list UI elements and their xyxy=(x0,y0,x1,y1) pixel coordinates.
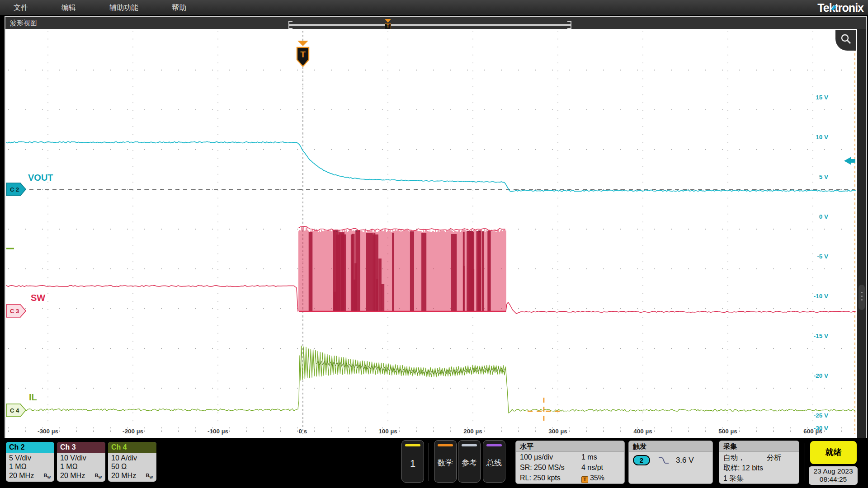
silver-stripe xyxy=(462,444,477,446)
channel-badge-ch2[interactable]: Ch 2 5 V/div 1 MΩ 20 MHzBW xyxy=(6,442,54,482)
trigger-level-value: 3.6 V xyxy=(676,456,694,465)
ch2-impedance: 1 MΩ xyxy=(6,462,54,471)
horizontal-scale-row: 100 µs/div1 ms xyxy=(516,452,624,462)
ch4-header: Ch 4 xyxy=(108,442,156,453)
trigger-source-badge[interactable]: 2 xyxy=(633,455,650,465)
trigger-triangle-icon xyxy=(385,19,391,23)
overview-right-bracket[interactable] xyxy=(567,21,571,29)
menu-utility[interactable]: 辅助功能 xyxy=(104,0,144,15)
acquisition-panel[interactable]: 采集 自动，分析 取样: 12 bits 1 采集 xyxy=(719,441,799,484)
x-label-0s: 0 s xyxy=(283,428,323,435)
bandwidth-limit-icon: BW xyxy=(43,473,51,479)
trigger-panel[interactable]: 触发 2 3.6 V xyxy=(628,441,713,484)
y-label-10v: 10 V xyxy=(797,134,828,141)
svg-text:C 3: C 3 xyxy=(10,308,19,314)
trigger-position-value: T35% xyxy=(581,474,604,483)
falling-edge-icon xyxy=(658,457,669,464)
sample-rate-row: SR: 250 MS/s4 ns/pt xyxy=(516,462,624,473)
x-label-400us: 400 µs xyxy=(623,428,663,435)
orange-stripe xyxy=(438,444,453,446)
horizontal-panel[interactable]: 水平 100 µs/div1 ms SR: 250 MS/s4 ns/pt RL… xyxy=(515,441,625,484)
ch3-bandwidth: 20 MHzBW xyxy=(57,471,105,480)
x-label-500us: 500 µs xyxy=(708,428,748,435)
datetime-badge: 23 Aug 2023 08:44:25 xyxy=(809,466,858,485)
reference-button[interactable]: 参考 xyxy=(458,440,481,483)
ch3-scale: 10 V/div xyxy=(57,453,105,462)
trigger-flag-icon: T xyxy=(581,476,588,483)
channel-badge-ch4[interactable]: Ch 4 10 A/div 50 Ω 20 MHzBW xyxy=(108,442,156,482)
ready-status-button[interactable]: 就绪 xyxy=(810,441,857,464)
acq-mode-row: 自动，分析 xyxy=(719,452,799,462)
acq-count-row: 1 采集 xyxy=(719,473,799,483)
ch4-scale: 10 A/div xyxy=(108,453,156,462)
menu-edit[interactable]: 编辑 xyxy=(56,0,81,15)
y-label-m10v: -10 V xyxy=(797,293,828,300)
purple-stripe xyxy=(486,444,502,446)
y-label-15v: 15 V xyxy=(797,94,828,101)
magnifier-icon xyxy=(840,33,852,45)
acquisition-panel-title: 采集 xyxy=(719,441,799,452)
math-button[interactable]: 数学 xyxy=(434,440,457,483)
waveform-button-1[interactable]: 1 xyxy=(401,440,424,483)
x-label-m300us: -300 µs xyxy=(28,428,68,435)
channel-label-il[interactable]: IL xyxy=(29,392,37,403)
svg-text:C 4: C 4 xyxy=(10,407,19,414)
x-label-100us: 100 µs xyxy=(368,428,408,435)
channel-label-sw[interactable]: SW xyxy=(31,293,45,303)
trigger-settings-row: 2 3.6 V xyxy=(629,452,712,470)
record-overview-bar[interactable]: T xyxy=(289,23,571,27)
tektronix-logo: Tektronix xyxy=(817,1,863,14)
waveform-view-panel: 波形视图 T C 2C 3C 4T 15 V 10 V 5 V 0 V -5 V… xyxy=(5,16,867,438)
channel-label-vout[interactable]: VOUT xyxy=(28,173,53,183)
y-label-m5v: -5 V xyxy=(797,253,828,260)
menu-help[interactable]: 帮助 xyxy=(166,0,192,15)
date-value: 23 Aug 2023 xyxy=(809,467,858,475)
ch3-header: Ch 3 xyxy=(57,442,105,453)
yellow-stripe xyxy=(405,444,420,446)
y-label-m25v: -25 V xyxy=(797,412,828,419)
bus-button[interactable]: 总线 xyxy=(483,440,505,483)
svg-text:C 2: C 2 xyxy=(10,186,19,193)
x-label-m100us: -100 µs xyxy=(198,428,238,435)
overview-left-bracket[interactable] xyxy=(288,21,292,29)
ch4-impedance: 50 Ω xyxy=(108,462,156,471)
button-separator xyxy=(429,443,429,481)
ch3-impedance: 1 MΩ xyxy=(57,462,105,471)
bandwidth-limit-icon: BW xyxy=(94,473,102,479)
acq-sample-row: 取样: 12 bits xyxy=(719,462,799,473)
y-label-m20v: -20 V xyxy=(797,372,828,379)
status-separator xyxy=(805,443,805,481)
x-label-300us: 300 µs xyxy=(538,428,578,435)
ch2-bandwidth: 20 MHzBW xyxy=(6,471,54,480)
horizontal-panel-title: 水平 xyxy=(516,441,624,452)
record-length-row: RL: 250 kptsT35% xyxy=(516,473,624,483)
bandwidth-limit-icon: BW xyxy=(146,473,153,479)
trigger-panel-title: 触发 xyxy=(629,441,712,452)
settings-bar: Ch 2 5 V/div 1 MΩ 20 MHzBW Ch 3 10 V/div… xyxy=(0,438,868,488)
menu-bar: 文件 编辑 辅助功能 帮助 Tektronix xyxy=(0,0,868,15)
ch2-header: Ch 2 xyxy=(6,442,54,453)
waveform-view-title: 波形视图 xyxy=(10,19,37,28)
y-label-0v: 0 V xyxy=(797,213,828,220)
y-label-5v: 5 V xyxy=(797,174,828,180)
waveform-view-header: 波形视图 T xyxy=(5,17,866,29)
x-label-600us: 600 µs xyxy=(793,428,833,435)
x-label-200us: 200 µs xyxy=(453,428,493,435)
time-value: 08:44:25 xyxy=(809,475,858,483)
vertical-scroll-handle[interactable] xyxy=(859,285,865,310)
right-scroll-strip xyxy=(857,29,866,438)
graticule[interactable]: C 2C 3C 4T 15 V 10 V 5 V 0 V -5 V -10 V … xyxy=(5,29,857,438)
y-label-m15v: -15 V xyxy=(797,333,828,339)
x-label-m200us: -200 µs xyxy=(113,428,153,435)
waveform-canvas[interactable]: C 2C 3C 4T xyxy=(5,29,857,438)
menu-file[interactable]: 文件 xyxy=(8,0,33,15)
record-overview-line xyxy=(289,24,571,26)
channel-badge-ch3[interactable]: Ch 3 10 V/div 1 MΩ 20 MHzBW xyxy=(57,442,105,482)
ch4-bandwidth: 20 MHzBW xyxy=(108,471,156,480)
ch2-scale: 5 V/div xyxy=(6,453,54,462)
svg-text:T: T xyxy=(300,50,306,59)
